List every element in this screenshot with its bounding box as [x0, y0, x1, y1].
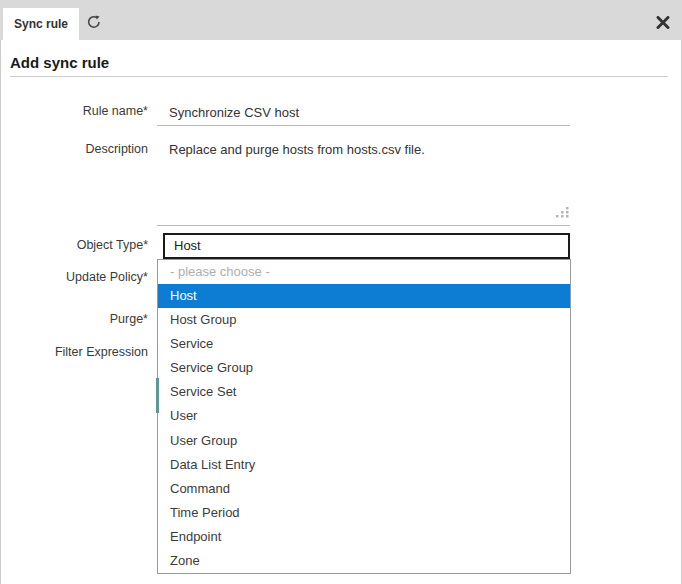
field-label-description: Description [0, 142, 148, 156]
field-label-update-policy: Update Policy* [0, 270, 148, 284]
resize-grip-icon[interactable] [554, 205, 570, 219]
filter-expression-input-edge [156, 378, 159, 413]
rule-name-input[interactable] [157, 100, 570, 126]
dropdown-option-placeholder[interactable]: - please choose - [158, 260, 570, 284]
field-label-object-type: Object Type* [0, 238, 148, 252]
field-label-filter-expression: Filter Expression [0, 345, 148, 359]
dropdown-option[interactable]: Time Period [158, 501, 570, 525]
dropdown-option[interactable]: Data List Entry [158, 453, 570, 477]
dropdown-option[interactable]: Host Group [158, 308, 570, 332]
dropdown-option[interactable]: Zone [158, 549, 570, 573]
refresh-button[interactable] [85, 13, 103, 31]
object-type-select[interactable]: Host [163, 233, 570, 259]
dropdown-option[interactable]: Service [158, 332, 570, 356]
tab-sync-rule[interactable]: Sync rule [3, 8, 79, 40]
page-title: Add sync rule [10, 54, 668, 77]
tab-bar: Sync rule [0, 0, 682, 40]
dropdown-option[interactable]: User Group [158, 429, 570, 453]
dropdown-option[interactable]: Command [158, 477, 570, 501]
close-icon [656, 15, 670, 32]
object-type-dropdown: - please choose - HostHost GroupServiceS… [157, 259, 571, 574]
sync-rule-window: Sync rule Add sync rule Rule name* Descr… [0, 0, 682, 584]
refresh-icon [85, 17, 103, 34]
description-textarea[interactable]: Replace and purge hosts from hosts.csv f… [157, 138, 570, 226]
field-label-purge: Purge* [0, 312, 148, 326]
close-button[interactable] [656, 15, 670, 28]
dropdown-option[interactable]: Endpoint [158, 525, 570, 549]
field-label-rule-name: Rule name* [0, 104, 148, 118]
dropdown-option[interactable]: User [158, 404, 570, 428]
dropdown-option[interactable]: Service Set [158, 380, 570, 404]
dropdown-option[interactable]: Host [158, 284, 570, 308]
dropdown-option[interactable]: Service Group [158, 356, 570, 380]
